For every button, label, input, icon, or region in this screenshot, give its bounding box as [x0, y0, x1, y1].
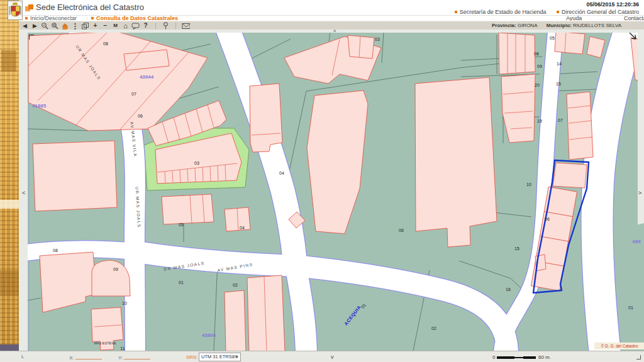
toolbar-separator	[155, 23, 156, 30]
x-label: X:	[69, 355, 74, 361]
aerial-texture-block	[0, 270, 19, 295]
page-title: Sede Electrónica del Catastro	[36, 3, 144, 12]
cadastral-map-viewport[interactable]: 4394441885438064990807060304030605040809…	[19, 30, 644, 351]
pan-hand-icon[interactable]	[61, 22, 69, 30]
srs-value: UTM 31 ETRS89	[201, 354, 237, 359]
app-squares-icon	[25, 4, 33, 12]
back-arrow-icon[interactable]: ◀	[21, 22, 29, 30]
municipality-value: RIUDELLOTS SELVA	[573, 23, 621, 28]
x-value-blank	[75, 354, 102, 359]
pan-right-arrow[interactable]: >	[638, 190, 641, 196]
tool-group: ◀ ▶ + − M ⌂ ?	[21, 21, 190, 30]
header: Sede Electrónica del Catastro 05/06/2015…	[19, 0, 644, 15]
orange-bullet-icon	[455, 11, 457, 13]
srs-label: SRS:	[186, 354, 198, 360]
aerial-texture-block	[1, 50, 16, 72]
status-bar: L X: Y: SRS: UTM 31 ETRS89 ▼ v 0 60 m.	[0, 351, 644, 362]
zoom-window-icon[interactable]	[51, 22, 59, 30]
scale-start: 0	[492, 354, 495, 360]
feature-info-icon[interactable]	[131, 22, 140, 30]
spain-coat-of-arms-logo	[8, 1, 23, 20]
link-dgc[interactable]: Dirección General del Catastro	[557, 9, 639, 15]
catastro-app-window: Sede Electrónica del Catastro 05/06/2015…	[0, 0, 644, 362]
municipality-label: Municipio:	[547, 23, 572, 28]
scale-end: 60 m.	[538, 354, 551, 360]
orange-bullet-icon	[557, 11, 559, 13]
measure-icon[interactable]	[71, 22, 79, 30]
scale-bar	[497, 356, 536, 359]
y-coordinate-field: Y:	[118, 354, 150, 361]
zoom-in-icon[interactable]	[41, 22, 49, 30]
pan-up-arrow[interactable]: ^	[333, 30, 336, 35]
corner-resize-mark	[636, 355, 641, 359]
street-view-icon[interactable]	[162, 22, 170, 30]
zoom-plus-icon[interactable]: +	[91, 22, 99, 30]
zoom-minus-icon[interactable]: −	[101, 22, 109, 30]
gov-links: Secretaría de Estado de Hacienda Direcci…	[446, 9, 639, 15]
map-copyright: © D. G. del Catastro	[594, 343, 644, 349]
initial-extent-icon[interactable]: M	[111, 22, 119, 30]
send-map-icon[interactable]	[182, 22, 190, 30]
select-parcels-icon[interactable]	[81, 22, 89, 30]
aerial-texture-block	[0, 200, 19, 209]
x-coordinate-field: X:	[69, 354, 102, 361]
province-value: GIRONA	[518, 23, 538, 28]
corner-l-mark: L	[21, 354, 24, 359]
location-info: Provincia: GIRONA Municipio: RIUDELLOTS …	[492, 23, 629, 28]
srs-select[interactable]: UTM 31 ETRS89 ▼	[199, 353, 241, 361]
chevron-down-icon: ▼	[235, 353, 239, 361]
pan-down-arrow[interactable]: v	[331, 354, 334, 360]
map-extent-corner-mark	[29, 35, 34, 40]
datetime: 05/06/2015 12:20:36	[586, 1, 639, 8]
province-label: Provincia:	[492, 23, 516, 28]
y-value-blank	[124, 354, 150, 359]
orange-bullet-icon	[25, 17, 28, 19]
toolbar-separator	[175, 23, 176, 30]
forward-arrow-icon[interactable]: ▶	[31, 22, 39, 30]
sidebar-aerial-photo	[0, 0, 19, 362]
pan-left-arrow[interactable]: <	[22, 190, 25, 196]
cadastral-map-svg[interactable]	[19, 30, 644, 351]
orange-bullet-icon	[91, 17, 94, 19]
home-extent-icon[interactable]: ⌂	[121, 22, 130, 30]
help-icon[interactable]: ?	[142, 22, 150, 30]
link-secretaria[interactable]: Secretaría de Estado de Hacienda	[455, 9, 547, 15]
y-label: Y:	[118, 355, 123, 361]
